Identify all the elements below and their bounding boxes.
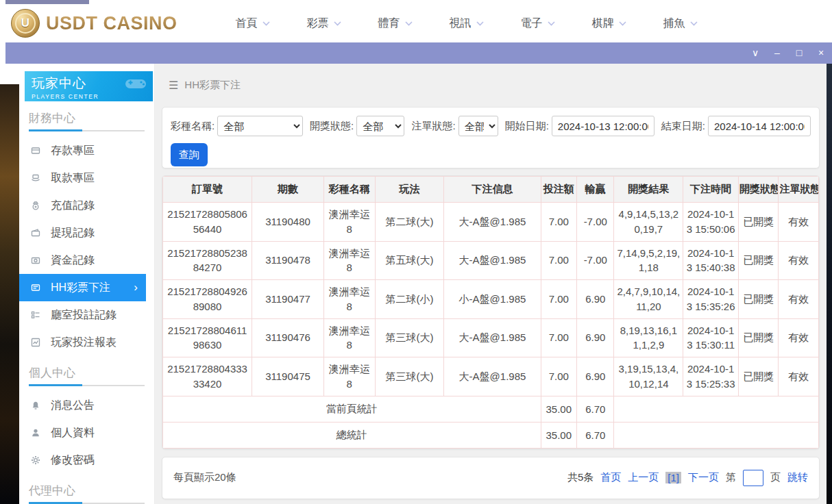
sidebar-item-withdraw[interactable]: 取款專區 [19, 164, 154, 192]
sidebar-item-room-bet-record[interactable]: 廳室投註記錄 [19, 301, 154, 329]
cell-bet-time: 2024-10-13 15:40:38 [683, 241, 739, 280]
draw-status-select[interactable]: 全部 [356, 116, 404, 136]
report-chart-icon [30, 337, 41, 348]
cell-draw-result: 2,4,7,9,10,14,11,20 [614, 280, 683, 319]
cell-play-type: 第三球(大) [375, 318, 444, 357]
window-dropdown-icon[interactable]: ∨ [744, 42, 766, 64]
page-summary-row: 當前頁統計 35.00 6.70 [163, 396, 819, 422]
sidebar-item-notices[interactable]: 消息公告 [19, 392, 154, 419]
draw-status-label: 開獎狀態: [310, 120, 354, 133]
brand-logo[interactable]: U USDT CASINO [11, 9, 178, 38]
cell-lottery-name: 澳洲幸运8 [323, 318, 375, 357]
nav-label: 棋牌 [592, 16, 614, 31]
nav-item-home[interactable]: 首頁 [217, 16, 289, 31]
nav-item-cards[interactable]: 棋牌 [574, 16, 645, 31]
cell-bet-time: 2024-10-13 15:30:11 [683, 318, 739, 357]
filter-panel: 彩種名稱: 全部 開獎狀態: 全部 注單狀態: 全部 開始日期: 結束日期: 查… [162, 107, 820, 168]
chevron-down-icon [262, 21, 270, 26]
cell-bet-info: 大-A盤@1.985 [444, 318, 541, 357]
cell-winloss: -7.00 [577, 241, 614, 280]
end-date-input[interactable] [708, 116, 811, 136]
sidebar-item-recharge-record[interactable]: 充值記錄 [19, 192, 154, 219]
total-count-text: 共5条 [567, 471, 594, 484]
bell-icon [30, 400, 41, 411]
table-row: 2152172880433333420 31190475 澳洲幸运8 第三球(大… [163, 357, 819, 396]
cell-bet-amount: 7.00 [541, 241, 576, 280]
summary-bet-amount: 35.00 [541, 422, 576, 448]
withdraw-hand-icon [30, 173, 41, 184]
nav-item-lottery[interactable]: 彩票 [289, 16, 360, 31]
cell-lottery-name: 澳洲幸运8 [323, 357, 375, 396]
nav-item-sports[interactable]: 體育 [360, 16, 431, 31]
chevron-down-icon [548, 21, 555, 26]
cell-bet-amount: 7.00 [541, 203, 576, 242]
sidebar-item-label: 玩家投注報表 [51, 336, 117, 350]
cell-play-type: 第三球(大) [375, 357, 444, 396]
site-header: U USDT CASINO 首頁 彩票 體育 視訊 電子 [0, 4, 832, 42]
user-icon [30, 427, 41, 438]
search-button[interactable]: 查詢 [171, 143, 208, 166]
cell-draw-status: 已開獎 [738, 357, 778, 396]
maximize-icon[interactable]: □ [788, 42, 810, 64]
deposit-card-icon [30, 145, 41, 156]
jump-link[interactable]: 跳转 [787, 471, 808, 484]
table-header-row: 訂單號 期數 彩種名稱 玩法 下注信息 投注額 輸贏 開獎結果 下注時間 開獎狀… [163, 177, 819, 203]
hamburger-icon[interactable]: ☰ [169, 79, 178, 92]
money-bag-icon [30, 200, 41, 211]
col-draw-result: 開獎結果 [614, 177, 683, 203]
nav-label: 捕魚 [663, 16, 685, 31]
nav-label: 彩票 [307, 16, 329, 31]
sidebar-item-player-report[interactable]: 玩家投注報表 [19, 329, 154, 356]
order-status-select[interactable]: 全部 [458, 116, 498, 136]
summary-label: 當前頁統計 [163, 396, 541, 422]
sidebar-item-label: 消息公告 [51, 399, 95, 413]
section-label-personal: 個人中心 [29, 366, 145, 381]
sidebar-item-change-password[interactable]: 修改密碼 [19, 446, 154, 474]
minimize-icon[interactable]: – [766, 42, 788, 64]
first-page-link[interactable]: 首页 [600, 471, 621, 484]
col-lottery-name: 彩種名稱 [323, 177, 375, 203]
sidebar-item-label: 資金記錄 [51, 253, 95, 268]
cell-order-no: 2152172880523884270 [163, 241, 252, 280]
table-row: 2152172880492689080 31190477 澳洲幸运8 第二球(小… [163, 280, 819, 319]
background-photo-left [0, 84, 19, 504]
main-panel: ☰ HH彩票下注 彩種名稱: 全部 開獎狀態: 全部 注單狀態: 全部 開始日期… [155, 64, 827, 504]
nav-item-slots[interactable]: 電子 [502, 16, 574, 31]
cell-draw-status: 已開獎 [738, 318, 778, 357]
cell-draw-status: 已開獎 [738, 241, 778, 280]
sidebar-item-hh-lottery-bets[interactable]: HH彩票下注 › [19, 274, 146, 301]
cell-draw-status: 已開獎 [738, 203, 778, 242]
cell-bet-time: 2024-10-13 15:35:26 [683, 280, 739, 319]
col-issue: 期數 [252, 177, 324, 203]
sidebar-item-deposit[interactable]: 存款專區 [19, 137, 154, 164]
sidebar-item-profile[interactable]: 個人資料 [19, 419, 154, 446]
nav-item-fishing[interactable]: 捕魚 [645, 16, 716, 31]
gamepad-icon [124, 76, 147, 91]
lottery-name-label: 彩種名稱: [171, 120, 215, 133]
nav-item-video[interactable]: 視訊 [431, 16, 502, 31]
prev-page-link[interactable]: 上一页 [628, 471, 659, 484]
sidebar-item-label: 個人資料 [51, 426, 95, 440]
sidebar-item-withdrawal-record[interactable]: 提現記錄 [19, 219, 154, 247]
funds-record-icon [30, 255, 41, 266]
cell-bet-info: 小-A盤@1.985 [444, 280, 541, 319]
cell-bet-info: 大-A盤@1.985 [444, 357, 541, 396]
cell-draw-result: 3,19,15,13,4,10,12,14 [614, 357, 683, 396]
cell-bet-amount: 7.00 [541, 318, 576, 357]
lottery-bet-icon [30, 282, 41, 293]
cell-order-status: 有效 [779, 203, 819, 242]
cell-issue: 31190476 [252, 318, 324, 357]
close-icon[interactable]: × [810, 42, 832, 64]
next-page-link[interactable]: 下一页 [688, 471, 719, 484]
start-date-input[interactable] [552, 116, 654, 136]
lottery-name-select[interactable]: 全部 [217, 116, 303, 136]
cell-bet-amount: 7.00 [541, 357, 576, 396]
sidebar-item-funds-record[interactable]: 資金記錄 [19, 247, 154, 274]
cell-play-type: 第二球(小) [375, 280, 444, 319]
cell-draw-result: 8,19,13,16,11,1,2,9 [614, 318, 683, 357]
page-jump-input[interactable] [743, 470, 763, 486]
jump-prefix-label: 第 [726, 471, 736, 484]
col-order-no: 訂單號 [163, 177, 252, 203]
col-bet-amount: 投注額 [541, 177, 576, 203]
players-center-banner: 玩家中心 PLAYERS CENTER [25, 71, 153, 101]
